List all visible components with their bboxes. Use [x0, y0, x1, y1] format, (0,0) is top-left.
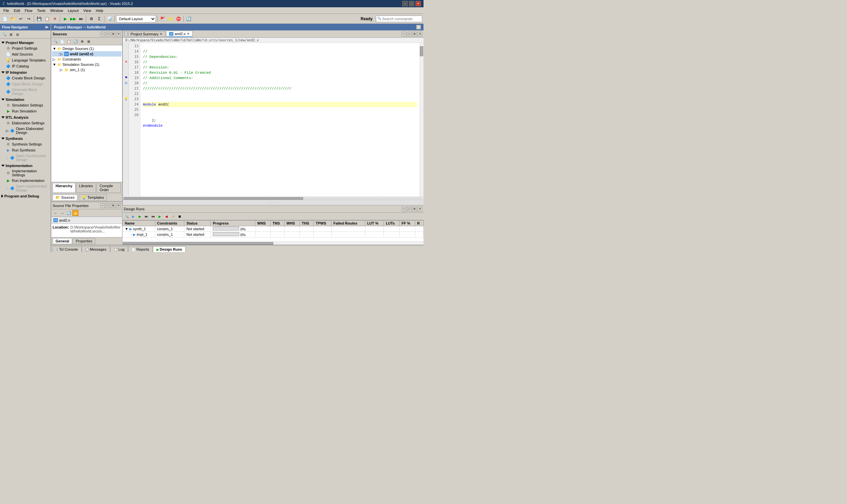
- editor-max-btn[interactable]: □: [407, 32, 411, 36]
- run-button[interactable]: ▶: [61, 15, 69, 22]
- nav-search-button[interactable]: 🔍: [1, 32, 7, 37]
- tab-close-and2[interactable]: ✕: [187, 32, 190, 35]
- save-button[interactable]: 💾: [35, 15, 43, 22]
- maximize-button[interactable]: □: [409, 1, 414, 6]
- tab-close-project-summary[interactable]: ✕: [160, 32, 162, 36]
- tab-reports[interactable]: 📄 Reports: [128, 246, 153, 252]
- tree-expand-icon[interactable]: ▷: [53, 57, 56, 61]
- dr-search-btn[interactable]: 🔍: [124, 213, 130, 219]
- sources-minimize-btn[interactable]: ─: [100, 32, 105, 36]
- sfp-refresh-btn[interactable]: 🔄: [66, 210, 72, 216]
- tree-expand-icon[interactable]: ▷: [60, 52, 63, 56]
- nav-elaboration-settings[interactable]: ⚙ Elaboration Settings: [0, 120, 51, 126]
- sources-remove-btn[interactable]: 📋: [66, 38, 72, 44]
- sfp-float-btn[interactable]: ⧉: [111, 203, 116, 208]
- editor-float-btn[interactable]: ⧉: [412, 32, 417, 36]
- info-button[interactable]: ⛔: [175, 15, 182, 22]
- layout-report-button[interactable]: 📊: [106, 15, 113, 22]
- tab-design-runs[interactable]: ▶ Design Runs: [153, 246, 186, 252]
- sources-float-btn[interactable]: ⧉: [111, 32, 116, 36]
- sfp-min-btn[interactable]: ─: [100, 203, 105, 208]
- tab-hierarchy[interactable]: Hierarchy: [53, 183, 75, 193]
- subtab-templates[interactable]: 💡 Templates: [79, 195, 107, 201]
- scrollbar-thumb[interactable]: [420, 46, 423, 56]
- nav-collapse-button[interactable]: ⊟: [15, 32, 20, 37]
- sfp-back-btn[interactable]: ←: [53, 210, 58, 216]
- new-project-button[interactable]: 📄: [1, 15, 8, 22]
- dr-prev-btn[interactable]: ◀: [163, 213, 170, 219]
- sfp-close-btn[interactable]: ✕: [116, 203, 121, 208]
- nav-run-synthesis[interactable]: ▶ Run Synthesis: [0, 147, 51, 153]
- section-header-synthesis[interactable]: Synthesis: [0, 136, 51, 141]
- refresh-button[interactable]: 🔄: [185, 15, 192, 22]
- section-header-ip-integrator[interactable]: IP Integrator: [0, 70, 51, 75]
- nav-create-block-design[interactable]: 🔷 Create Block Design: [0, 75, 51, 81]
- step-button[interactable]: ⏭: [77, 15, 85, 22]
- settings-button[interactable]: ⚙: [88, 15, 95, 22]
- menu-help[interactable]: Help: [94, 8, 105, 13]
- menu-file[interactable]: File: [1, 8, 11, 13]
- nav-expand-button[interactable]: ⊞: [8, 32, 14, 37]
- hscrollbar-thumb[interactable]: [123, 197, 303, 200]
- undo-button[interactable]: ↩: [17, 15, 24, 22]
- dr-next-btn[interactable]: ▶: [157, 213, 163, 219]
- sources-restore-btn[interactable]: □: [106, 32, 110, 36]
- menu-tools[interactable]: Tools: [35, 8, 48, 13]
- nav-add-sources[interactable]: 📄 Add Sources: [0, 51, 51, 57]
- sources-close-btn[interactable]: ✕: [116, 32, 121, 36]
- save-all-button[interactable]: 📋: [43, 15, 51, 22]
- tree-constraints[interactable]: ▷ 📁 Constraints: [52, 57, 121, 62]
- dr-step-btn[interactable]: ⏭: [144, 213, 149, 219]
- search-input[interactable]: [376, 16, 422, 22]
- nav-synthesis-settings[interactable]: ⚙ Synthesis Settings: [0, 141, 51, 147]
- compile-button[interactable]: Σ: [95, 15, 103, 22]
- nav-simulation-settings[interactable]: ⚙ Simulation Settings: [0, 102, 51, 108]
- flag-button[interactable]: 🚩: [159, 15, 166, 22]
- tree-sim-sources[interactable]: ▼ 📁 Simulation Sources (1): [52, 62, 121, 67]
- open-project-button[interactable]: 📂: [9, 15, 17, 22]
- nav-open-elaborated-design[interactable]: ▷ 🔷 Open Elaborated Design: [0, 126, 51, 135]
- tab-project-summary[interactable]: Σ Project Summary ✕: [124, 31, 165, 37]
- nav-project-settings[interactable]: ⚙ Project Settings: [0, 45, 51, 51]
- sources-search-btn[interactable]: 🔍: [53, 38, 58, 44]
- tree-expand-icon[interactable]: ▼: [53, 47, 56, 51]
- delete-button[interactable]: ✕: [51, 15, 58, 22]
- sfp-open-btn[interactable]: 📂: [72, 210, 78, 216]
- sources-add-btn[interactable]: 📄: [59, 38, 65, 44]
- sfp-tab-general[interactable]: General: [53, 238, 72, 244]
- tab-tcl-console[interactable]: Σ Tcl Console: [53, 246, 82, 252]
- editor-close-btn[interactable]: ✕: [418, 32, 422, 36]
- dr-max-btn[interactable]: □: [407, 207, 411, 211]
- dr-launch-btn[interactable]: ▶: [137, 213, 143, 219]
- table-row[interactable]: →▶ impl_1 constrs_1 Not started 0%: [123, 232, 423, 237]
- flow-nav-collapse-icon[interactable]: ≫: [45, 25, 49, 30]
- editor-code-content[interactable]: // // Dependencies: // // Revision: // R…: [140, 43, 420, 196]
- redo-button[interactable]: ↪: [25, 15, 32, 22]
- tree-and2-file[interactable]: ▷ v≡ and2 (and2.v): [52, 51, 121, 57]
- tree-expand-icon[interactable]: ▼: [53, 62, 56, 67]
- tab-log[interactable]: 📋 Log: [110, 246, 128, 252]
- subtab-sources[interactable]: 📂 Sources: [53, 195, 77, 201]
- tree-sim1[interactable]: ▷ 📁 sim_1 (1): [52, 67, 121, 72]
- tab-libraries[interactable]: Libraries: [76, 183, 96, 193]
- synth1-expand-icon[interactable]: ▼: [125, 227, 128, 231]
- editor-resize-handle[interactable]: · · · · ·: [123, 200, 423, 205]
- nav-ip-catalog[interactable]: 🔷 IP Catalog: [0, 63, 51, 69]
- nav-run-implementation[interactable]: ▶ Run Implementation: [0, 178, 51, 183]
- menu-edit[interactable]: Edit: [12, 8, 22, 13]
- sfp-tab-properties[interactable]: Properties: [73, 238, 95, 244]
- dr-close-btn[interactable]: ✕: [418, 207, 422, 211]
- nav-implementation-settings[interactable]: ⚙ Implementation Settings: [0, 168, 51, 178]
- table-row[interactable]: ▼ ▶ synth_1 constrs_1 Not started 0%: [123, 226, 423, 232]
- run-all-button[interactable]: ▶▶: [70, 15, 77, 22]
- dr-expand-btn[interactable]: ▶: [130, 213, 136, 219]
- section-header-rtl-analysis[interactable]: RTL Analysis: [0, 115, 51, 120]
- tab-messages[interactable]: 💬 Messages: [82, 246, 110, 252]
- layout-dropdown[interactable]: Default Layout: [116, 15, 156, 22]
- minimize-button[interactable]: ─: [402, 1, 408, 6]
- menu-view[interactable]: View: [82, 8, 93, 13]
- section-header-program-debug[interactable]: Program and Debug: [0, 194, 51, 199]
- editor-min-btn[interactable]: ─: [402, 32, 406, 36]
- sfp-max-btn[interactable]: □: [106, 203, 110, 208]
- dr-min-btn[interactable]: ─: [402, 207, 406, 211]
